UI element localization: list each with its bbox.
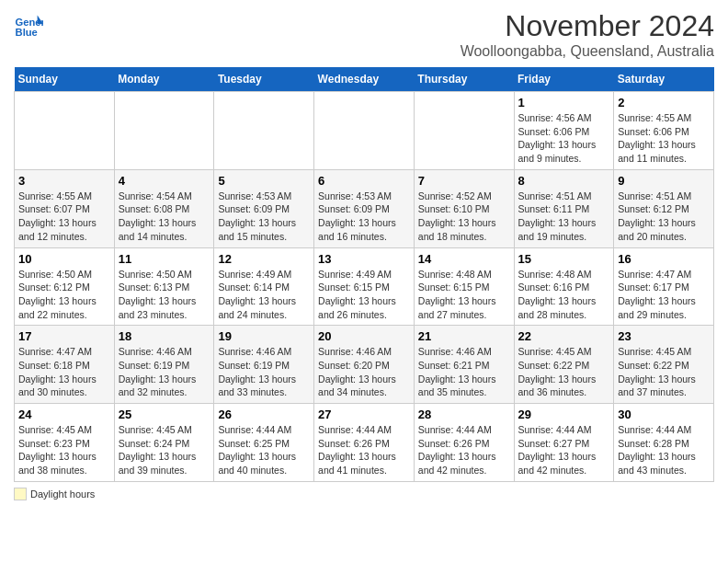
calendar-cell: 29Sunrise: 4:44 AM Sunset: 6:27 PM Dayli… bbox=[514, 404, 614, 482]
day-number: 9 bbox=[618, 174, 710, 188]
calendar-cell: 19Sunrise: 4:46 AM Sunset: 6:19 PM Dayli… bbox=[214, 326, 314, 404]
day-number: 5 bbox=[218, 174, 310, 188]
day-number: 17 bbox=[18, 329, 110, 343]
day-number: 29 bbox=[518, 408, 610, 421]
day-number: 30 bbox=[618, 408, 710, 421]
calendar-table: SundayMondayTuesdayWednesdayThursdayFrid… bbox=[14, 67, 714, 482]
day-info: Sunrise: 4:46 AM Sunset: 6:20 PM Dayligh… bbox=[318, 345, 410, 399]
day-info: Sunrise: 4:47 AM Sunset: 6:18 PM Dayligh… bbox=[18, 345, 110, 399]
day-number: 10 bbox=[18, 252, 110, 266]
calendar-cell bbox=[214, 92, 314, 170]
calendar-cell: 8Sunrise: 4:51 AM Sunset: 6:11 PM Daylig… bbox=[514, 169, 614, 247]
calendar-cell: 27Sunrise: 4:44 AM Sunset: 6:26 PM Dayli… bbox=[314, 404, 415, 482]
day-info: Sunrise: 4:46 AM Sunset: 6:19 PM Dayligh… bbox=[119, 345, 210, 399]
day-info: Sunrise: 4:51 AM Sunset: 6:12 PM Dayligh… bbox=[618, 190, 710, 244]
calendar-header-tuesday: Tuesday bbox=[214, 67, 314, 92]
calendar-cell bbox=[414, 92, 514, 170]
day-info: Sunrise: 4:44 AM Sunset: 6:28 PM Dayligh… bbox=[618, 423, 710, 477]
calendar-week-row: 17Sunrise: 4:47 AM Sunset: 6:18 PM Dayli… bbox=[15, 326, 714, 404]
day-info: Sunrise: 4:50 AM Sunset: 6:12 PM Dayligh… bbox=[18, 268, 110, 322]
daylight-legend: Daylight hours bbox=[14, 488, 95, 500]
calendar-cell: 15Sunrise: 4:48 AM Sunset: 6:16 PM Dayli… bbox=[514, 247, 614, 326]
day-info: Sunrise: 4:51 AM Sunset: 6:11 PM Dayligh… bbox=[518, 190, 610, 244]
daylight-legend-box bbox=[14, 488, 27, 500]
day-number: 14 bbox=[418, 252, 510, 266]
day-number: 11 bbox=[119, 252, 210, 266]
calendar-header-monday: Monday bbox=[114, 67, 214, 92]
day-info: Sunrise: 4:53 AM Sunset: 6:09 PM Dayligh… bbox=[218, 190, 310, 244]
day-info: Sunrise: 4:45 AM Sunset: 6:23 PM Dayligh… bbox=[18, 423, 110, 477]
day-info: Sunrise: 4:44 AM Sunset: 6:26 PM Dayligh… bbox=[418, 423, 510, 477]
calendar-header-sunday: Sunday bbox=[15, 67, 115, 92]
calendar-header-thursday: Thursday bbox=[414, 67, 514, 92]
day-number: 3 bbox=[18, 174, 110, 188]
day-number: 24 bbox=[18, 408, 110, 421]
calendar-header-wednesday: Wednesday bbox=[314, 67, 415, 92]
day-info: Sunrise: 4:45 AM Sunset: 6:22 PM Dayligh… bbox=[618, 345, 710, 399]
day-number: 22 bbox=[518, 329, 610, 343]
calendar-cell: 10Sunrise: 4:50 AM Sunset: 6:12 PM Dayli… bbox=[15, 247, 115, 326]
day-number: 1 bbox=[518, 96, 610, 109]
calendar-cell: 30Sunrise: 4:44 AM Sunset: 6:28 PM Dayli… bbox=[614, 404, 714, 482]
calendar-week-row: 24Sunrise: 4:45 AM Sunset: 6:23 PM Dayli… bbox=[15, 404, 714, 482]
logo: General Blue bbox=[14, 9, 43, 39]
header: General Blue November 2024 Woolloongabba… bbox=[14, 9, 714, 60]
day-info: Sunrise: 4:44 AM Sunset: 6:27 PM Dayligh… bbox=[518, 423, 610, 477]
calendar-cell: 18Sunrise: 4:46 AM Sunset: 6:19 PM Dayli… bbox=[114, 326, 214, 404]
calendar-cell bbox=[314, 92, 415, 170]
calendar-cell: 16Sunrise: 4:47 AM Sunset: 6:17 PM Dayli… bbox=[614, 247, 714, 326]
calendar-cell: 22Sunrise: 4:45 AM Sunset: 6:22 PM Dayli… bbox=[514, 326, 614, 404]
calendar-cell: 3Sunrise: 4:55 AM Sunset: 6:07 PM Daylig… bbox=[15, 169, 115, 247]
daylight-label: Daylight hours bbox=[30, 488, 95, 500]
footer: Daylight hours bbox=[14, 488, 714, 500]
day-info: Sunrise: 4:52 AM Sunset: 6:10 PM Dayligh… bbox=[418, 190, 510, 244]
calendar-cell: 1Sunrise: 4:56 AM Sunset: 6:06 PM Daylig… bbox=[514, 92, 614, 170]
day-info: Sunrise: 4:47 AM Sunset: 6:17 PM Dayligh… bbox=[618, 268, 710, 322]
page-title: November 2024 bbox=[461, 9, 714, 43]
day-info: Sunrise: 4:50 AM Sunset: 6:13 PM Dayligh… bbox=[119, 268, 210, 322]
day-info: Sunrise: 4:49 AM Sunset: 6:15 PM Dayligh… bbox=[318, 268, 410, 322]
calendar-week-row: 10Sunrise: 4:50 AM Sunset: 6:12 PM Dayli… bbox=[15, 247, 714, 326]
day-number: 13 bbox=[318, 252, 410, 266]
day-info: Sunrise: 4:44 AM Sunset: 6:25 PM Dayligh… bbox=[218, 423, 310, 477]
calendar-cell: 17Sunrise: 4:47 AM Sunset: 6:18 PM Dayli… bbox=[15, 326, 115, 404]
calendar-cell: 25Sunrise: 4:45 AM Sunset: 6:24 PM Dayli… bbox=[114, 404, 214, 482]
day-number: 27 bbox=[318, 408, 410, 421]
day-number: 2 bbox=[618, 96, 710, 109]
calendar-cell bbox=[15, 92, 115, 170]
day-number: 26 bbox=[218, 408, 310, 421]
day-number: 25 bbox=[119, 408, 210, 421]
day-number: 12 bbox=[218, 252, 310, 266]
title-area: November 2024 Woolloongabba, Queensland,… bbox=[461, 9, 714, 60]
day-number: 21 bbox=[418, 329, 510, 343]
day-number: 4 bbox=[119, 174, 210, 188]
day-info: Sunrise: 4:46 AM Sunset: 6:19 PM Dayligh… bbox=[218, 345, 310, 399]
calendar-cell: 2Sunrise: 4:55 AM Sunset: 6:06 PM Daylig… bbox=[614, 92, 714, 170]
calendar-cell: 21Sunrise: 4:46 AM Sunset: 6:21 PM Dayli… bbox=[414, 326, 514, 404]
day-info: Sunrise: 4:44 AM Sunset: 6:26 PM Dayligh… bbox=[318, 423, 410, 477]
day-info: Sunrise: 4:55 AM Sunset: 6:07 PM Dayligh… bbox=[18, 190, 110, 244]
day-number: 8 bbox=[518, 174, 610, 188]
day-info: Sunrise: 4:49 AM Sunset: 6:14 PM Dayligh… bbox=[218, 268, 310, 322]
day-number: 6 bbox=[318, 174, 410, 188]
calendar-cell: 26Sunrise: 4:44 AM Sunset: 6:25 PM Dayli… bbox=[214, 404, 314, 482]
day-info: Sunrise: 4:56 AM Sunset: 6:06 PM Dayligh… bbox=[518, 111, 610, 166]
day-info: Sunrise: 4:45 AM Sunset: 6:22 PM Dayligh… bbox=[518, 345, 610, 399]
calendar-cell: 4Sunrise: 4:54 AM Sunset: 6:08 PM Daylig… bbox=[114, 169, 214, 247]
calendar-header-friday: Friday bbox=[514, 67, 614, 92]
day-number: 7 bbox=[418, 174, 510, 188]
calendar-cell: 9Sunrise: 4:51 AM Sunset: 6:12 PM Daylig… bbox=[614, 169, 714, 247]
day-number: 20 bbox=[318, 329, 410, 343]
calendar-week-row: 1Sunrise: 4:56 AM Sunset: 6:06 PM Daylig… bbox=[15, 92, 714, 170]
day-number: 16 bbox=[618, 252, 710, 266]
calendar-week-row: 3Sunrise: 4:55 AM Sunset: 6:07 PM Daylig… bbox=[15, 169, 714, 247]
calendar-cell: 24Sunrise: 4:45 AM Sunset: 6:23 PM Dayli… bbox=[15, 404, 115, 482]
calendar-cell: 14Sunrise: 4:48 AM Sunset: 6:15 PM Dayli… bbox=[414, 247, 514, 326]
day-info: Sunrise: 4:45 AM Sunset: 6:24 PM Dayligh… bbox=[119, 423, 210, 477]
calendar-cell: 5Sunrise: 4:53 AM Sunset: 6:09 PM Daylig… bbox=[214, 169, 314, 247]
calendar-cell: 28Sunrise: 4:44 AM Sunset: 6:26 PM Dayli… bbox=[414, 404, 514, 482]
day-info: Sunrise: 4:48 AM Sunset: 6:15 PM Dayligh… bbox=[418, 268, 510, 322]
calendar-header-saturday: Saturday bbox=[614, 67, 714, 92]
day-number: 28 bbox=[418, 408, 510, 421]
day-number: 23 bbox=[618, 329, 710, 343]
